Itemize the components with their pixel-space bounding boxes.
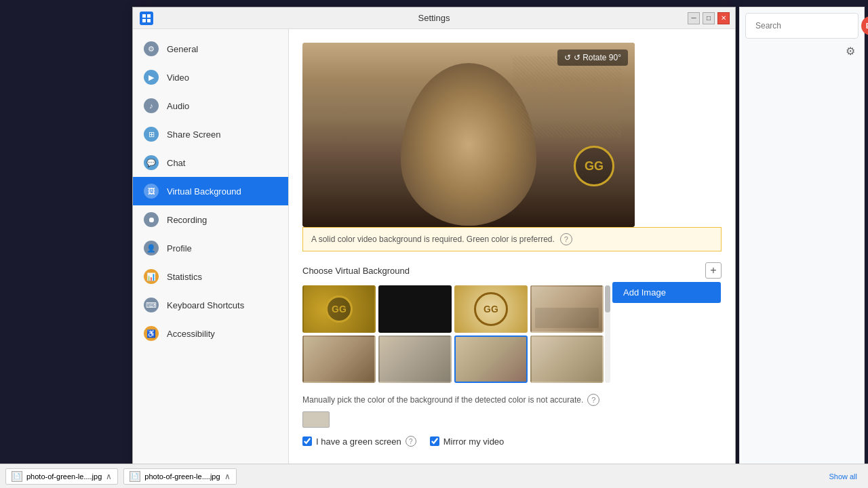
sidebar-item-virtual-background[interactable]: 🖼 Virtual Background (133, 177, 288, 205)
close-download-1[interactable]: ∧ (106, 472, 112, 481)
file-name-1: photo-of-green-le....jpg (26, 472, 102, 481)
statistics-icon: 📊 (144, 269, 159, 284)
sidebar-label-audio: Audio (167, 101, 189, 111)
file-name-2: photo-of-green-le....jpg (144, 472, 220, 481)
sidebar-label-accessibility: Accessibility (167, 329, 215, 339)
background-grid: GG GG (302, 285, 604, 383)
bg-option-5[interactable] (302, 336, 376, 383)
keyboard-icon: ⌨ (144, 298, 159, 312)
show-all-button[interactable]: Show all (823, 470, 863, 483)
mirror-video-checkbox-item[interactable]: Mirror my video (430, 436, 505, 447)
search-input[interactable] (755, 21, 857, 30)
window-controls: ─ □ ✕ (688, 12, 730, 24)
title-bar: Settings ─ □ ✕ (133, 7, 735, 29)
sidebar-item-profile[interactable]: 👤 Profile (133, 234, 288, 262)
sidebar-label-video: Video (167, 73, 189, 83)
settings-window: Settings ─ □ ✕ ⚙ General ▶ Video ♪ Audio… (132, 7, 736, 468)
maximize-button[interactable]: □ (703, 12, 715, 24)
info-bar: A solid color video background is requir… (302, 227, 722, 251)
sidebar-label-general: General (167, 44, 198, 54)
svg-rect-3 (147, 19, 151, 22)
sidebar-item-video[interactable]: ▶ Video (133, 63, 288, 92)
recording-icon: ⏺ (144, 212, 159, 227)
avatar: EY (861, 16, 868, 35)
bg-option-2[interactable] (378, 285, 452, 333)
sidebar-label-share-screen: Share Screen (167, 129, 221, 140)
minimize-button[interactable]: ─ (688, 12, 700, 24)
color-swatch[interactable] (302, 411, 330, 428)
rotate-button[interactable]: ↺ ↺ Rotate 90° (557, 49, 628, 66)
window-title: Settings (418, 13, 450, 23)
info-text: A solid color video background is requir… (311, 235, 555, 244)
sidebar-label-profile: Profile (167, 243, 192, 253)
bg-option-8[interactable] (530, 336, 604, 383)
general-icon: ⚙ (144, 41, 159, 56)
svg-rect-2 (142, 19, 146, 22)
mirror-video-label[interactable]: Mirror my video (443, 436, 505, 447)
sidebar-item-audio[interactable]: ♪ Audio (133, 92, 288, 120)
bg-option-6[interactable] (378, 336, 452, 383)
bg-option-1[interactable]: GG (302, 285, 376, 333)
settings-gear-icon[interactable]: ⚙ (842, 43, 859, 59)
rotate-icon: ↺ (564, 53, 571, 62)
video-icon: ▶ (144, 70, 159, 85)
sidebar: ⚙ General ▶ Video ♪ Audio ⊞ Share Screen… (133, 29, 289, 467)
sidebar-item-share-screen[interactable]: ⊞ Share Screen (133, 120, 288, 148)
avatar-initials: EY (866, 22, 868, 30)
download-item-1[interactable]: 📄 photo-of-green-le....jpg ∧ (5, 468, 118, 485)
bg-option-4[interactable] (530, 285, 604, 333)
info-help-icon[interactable]: ? (560, 233, 572, 245)
sidebar-item-accessibility[interactable]: ♿ Accessibility (133, 319, 288, 348)
svg-rect-0 (142, 14, 146, 18)
plus-icon: + (710, 264, 716, 277)
accessibility-icon: ♿ (144, 326, 159, 341)
color-desc-text: Manually pick the color of the backgroun… (302, 395, 583, 405)
color-picker-section: Manually pick the color of the backgroun… (302, 394, 722, 428)
file-icon-1: 📄 (12, 471, 22, 482)
sidebar-item-keyboard-shortcuts[interactable]: ⌨ Keyboard Shortcuts (133, 291, 288, 319)
profile-icon: 👤 (144, 241, 159, 256)
background-grid-scrollbar[interactable] (605, 285, 610, 383)
sidebar-label-keyboard-shortcuts: Keyboard Shortcuts (167, 300, 244, 310)
watermark-logo: GG (574, 146, 614, 186)
mirror-video-checkbox[interactable] (430, 436, 439, 446)
bg-logo-3: GG (474, 292, 508, 326)
download-item-2[interactable]: 📄 photo-of-green-le....jpg ∧ (123, 468, 236, 485)
sidebar-item-general[interactable]: ⚙ General (133, 35, 288, 63)
checkbox-row: I have a green screen ? Mirror my video (302, 436, 722, 447)
section-header: Choose Virtual Background + Add Image (302, 262, 722, 279)
main-content: GG ↺ ↺ Rotate 90° A solid color video ba… (289, 29, 735, 467)
green-screen-help-icon[interactable]: ? (406, 436, 416, 447)
audio-icon: ♪ (144, 98, 159, 113)
add-image-dropdown[interactable]: Add Image (612, 282, 721, 303)
scrollbar-thumb (605, 285, 610, 312)
green-screen-checkbox-item[interactable]: I have a green screen ? (302, 436, 416, 447)
sidebar-label-virtual-background: Virtual Background (167, 186, 241, 197)
window-body: ⚙ General ▶ Video ♪ Audio ⊞ Share Screen… (133, 29, 735, 467)
color-help-icon[interactable]: ? (587, 394, 599, 406)
sidebar-item-recording[interactable]: ⏺ Recording (133, 205, 288, 234)
rotate-label: ↺ Rotate 90° (574, 53, 621, 62)
green-screen-checkbox[interactable] (302, 436, 312, 446)
sidebar-label-statistics: Statistics (167, 272, 202, 282)
background-texture (513, 56, 621, 138)
app-icon (140, 12, 153, 25)
section-title: Choose Virtual Background (302, 266, 410, 276)
sidebar-item-chat[interactable]: 💬 Chat (133, 148, 288, 177)
green-screen-label[interactable]: I have a green screen (316, 436, 401, 447)
color-description: Manually pick the color of the backgroun… (302, 394, 722, 406)
sidebar-label-chat: Chat (167, 158, 185, 168)
sidebar-item-statistics[interactable]: 📊 Statistics (133, 262, 288, 291)
chat-icon: 💬 (144, 155, 159, 170)
close-button[interactable]: ✕ (717, 12, 730, 24)
search-bar[interactable]: EY (745, 13, 859, 39)
add-image-label: Add Image (623, 287, 666, 298)
room-shelf (535, 308, 599, 328)
bg-logo-1: GG (326, 296, 353, 323)
bg-option-7[interactable] (454, 336, 528, 383)
bg-option-3[interactable]: GG (454, 285, 528, 333)
bottom-download-bar: 📄 photo-of-green-le....jpg ∧ 📄 photo-of-… (0, 464, 868, 488)
share-screen-icon: ⊞ (144, 127, 159, 142)
add-background-button[interactable]: + Add Image (705, 262, 722, 279)
close-download-2[interactable]: ∧ (224, 472, 231, 481)
